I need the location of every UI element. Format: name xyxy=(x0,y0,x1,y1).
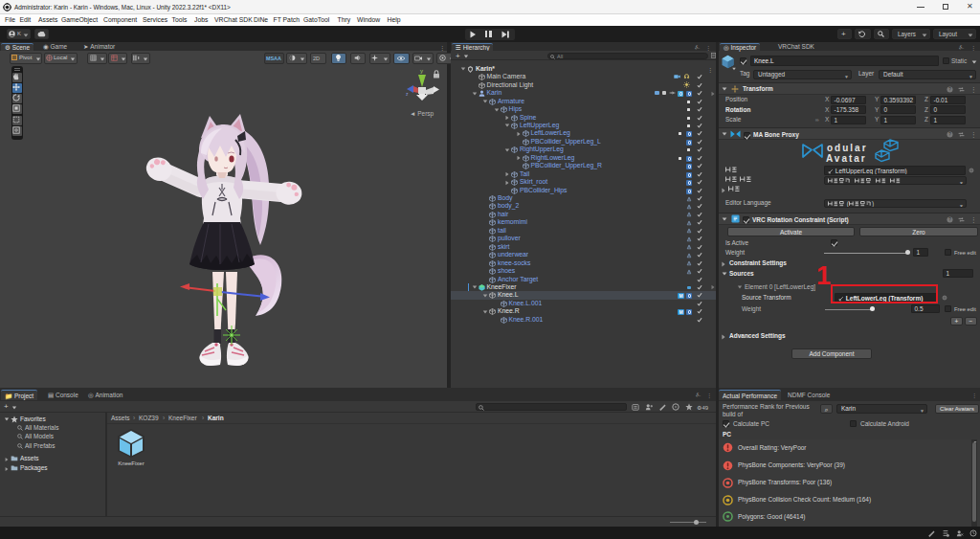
svg-text:y: y xyxy=(420,68,423,74)
svg-text:z: z xyxy=(406,91,409,97)
svg-text:Avatar: Avatar xyxy=(826,153,867,164)
svg-text:odular: odular xyxy=(827,143,868,153)
